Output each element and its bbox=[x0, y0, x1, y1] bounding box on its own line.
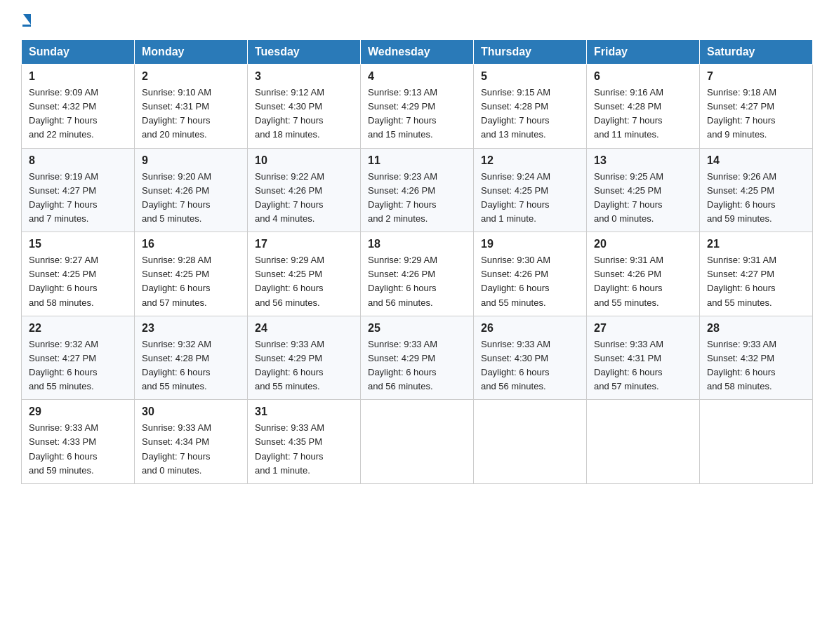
day-info: Sunrise: 9:10 AM Sunset: 4:31 PM Dayligh… bbox=[142, 86, 240, 142]
day-info: Sunrise: 9:20 AM Sunset: 4:26 PM Dayligh… bbox=[142, 170, 240, 227]
day-info: Sunrise: 9:25 AM Sunset: 4:25 PM Dayligh… bbox=[594, 170, 692, 227]
calendar-cell: 25Sunrise: 9:33 AM Sunset: 4:29 PM Dayli… bbox=[361, 316, 474, 400]
day-number: 30 bbox=[142, 405, 240, 418]
week-row-4: 22Sunrise: 9:32 AM Sunset: 4:27 PM Dayli… bbox=[22, 316, 813, 400]
calendar-cell: 18Sunrise: 9:29 AM Sunset: 4:26 PM Dayli… bbox=[361, 232, 474, 316]
day-info: Sunrise: 9:22 AM Sunset: 4:26 PM Dayligh… bbox=[255, 170, 353, 227]
calendar-cell: 13Sunrise: 9:25 AM Sunset: 4:25 PM Dayli… bbox=[587, 148, 700, 232]
logo-blue-text bbox=[22, 14, 31, 25]
weekday-header-row: SundayMondayTuesdayWednesdayThursdayFrid… bbox=[22, 40, 813, 65]
calendar-cell: 5Sunrise: 9:15 AM Sunset: 4:28 PM Daylig… bbox=[474, 65, 587, 149]
day-number: 7 bbox=[707, 70, 805, 83]
day-info: Sunrise: 9:33 AM Sunset: 4:31 PM Dayligh… bbox=[594, 337, 692, 394]
weekday-header-monday: Monday bbox=[135, 40, 248, 65]
day-number: 31 bbox=[255, 405, 353, 418]
calendar-cell: 23Sunrise: 9:32 AM Sunset: 4:28 PM Dayli… bbox=[135, 316, 248, 400]
day-info: Sunrise: 9:31 AM Sunset: 4:26 PM Dayligh… bbox=[594, 253, 692, 310]
day-info: Sunrise: 9:23 AM Sunset: 4:26 PM Dayligh… bbox=[368, 170, 466, 227]
day-info: Sunrise: 9:24 AM Sunset: 4:25 PM Dayligh… bbox=[481, 170, 579, 227]
day-number: 22 bbox=[29, 322, 127, 335]
calendar-cell: 26Sunrise: 9:33 AM Sunset: 4:30 PM Dayli… bbox=[474, 316, 587, 400]
calendar-cell: 6Sunrise: 9:16 AM Sunset: 4:28 PM Daylig… bbox=[587, 65, 700, 149]
day-info: Sunrise: 9:33 AM Sunset: 4:30 PM Dayligh… bbox=[481, 337, 579, 394]
day-info: Sunrise: 9:30 AM Sunset: 4:26 PM Dayligh… bbox=[481, 253, 579, 310]
day-info: Sunrise: 9:28 AM Sunset: 4:25 PM Dayligh… bbox=[142, 253, 240, 310]
calendar-cell: 30Sunrise: 9:33 AM Sunset: 4:34 PM Dayli… bbox=[135, 400, 248, 484]
calendar-cell: 9Sunrise: 9:20 AM Sunset: 4:26 PM Daylig… bbox=[135, 148, 248, 232]
calendar-cell: 8Sunrise: 9:19 AM Sunset: 4:27 PM Daylig… bbox=[22, 148, 135, 232]
day-number: 27 bbox=[594, 322, 692, 335]
calendar-cell: 22Sunrise: 9:32 AM Sunset: 4:27 PM Dayli… bbox=[22, 316, 135, 400]
calendar-cell: 28Sunrise: 9:33 AM Sunset: 4:32 PM Dayli… bbox=[700, 316, 813, 400]
week-row-2: 8Sunrise: 9:19 AM Sunset: 4:27 PM Daylig… bbox=[22, 148, 813, 232]
day-info: Sunrise: 9:33 AM Sunset: 4:29 PM Dayligh… bbox=[368, 337, 466, 394]
day-number: 8 bbox=[29, 154, 127, 167]
calendar-cell: 12Sunrise: 9:24 AM Sunset: 4:25 PM Dayli… bbox=[474, 148, 587, 232]
day-info: Sunrise: 9:29 AM Sunset: 4:26 PM Dayligh… bbox=[368, 253, 466, 310]
day-number: 23 bbox=[142, 322, 240, 335]
day-number: 11 bbox=[368, 154, 466, 167]
calendar-cell bbox=[587, 400, 700, 484]
calendar-cell: 15Sunrise: 9:27 AM Sunset: 4:25 PM Dayli… bbox=[22, 232, 135, 316]
calendar-cell: 11Sunrise: 9:23 AM Sunset: 4:26 PM Dayli… bbox=[361, 148, 474, 232]
page-header bbox=[21, 14, 813, 27]
calendar-cell: 4Sunrise: 9:13 AM Sunset: 4:29 PM Daylig… bbox=[361, 65, 474, 149]
calendar-cell: 27Sunrise: 9:33 AM Sunset: 4:31 PM Dayli… bbox=[587, 316, 700, 400]
calendar-cell: 19Sunrise: 9:30 AM Sunset: 4:26 PM Dayli… bbox=[474, 232, 587, 316]
day-info: Sunrise: 9:33 AM Sunset: 4:29 PM Dayligh… bbox=[255, 337, 353, 394]
weekday-header-tuesday: Tuesday bbox=[248, 40, 361, 65]
logo-blue-part bbox=[22, 14, 31, 27]
calendar-cell: 7Sunrise: 9:18 AM Sunset: 4:27 PM Daylig… bbox=[700, 65, 813, 149]
calendar-cell: 31Sunrise: 9:33 AM Sunset: 4:35 PM Dayli… bbox=[248, 400, 361, 484]
day-number: 16 bbox=[142, 238, 240, 250]
weekday-header-wednesday: Wednesday bbox=[361, 40, 474, 65]
day-number: 26 bbox=[481, 322, 579, 335]
day-number: 12 bbox=[481, 154, 579, 167]
logo-underline bbox=[22, 25, 31, 27]
calendar-cell: 2Sunrise: 9:10 AM Sunset: 4:31 PM Daylig… bbox=[135, 65, 248, 149]
day-info: Sunrise: 9:09 AM Sunset: 4:32 PM Dayligh… bbox=[29, 86, 127, 142]
weekday-header-sunday: Sunday bbox=[22, 40, 135, 65]
week-row-1: 1Sunrise: 9:09 AM Sunset: 4:32 PM Daylig… bbox=[22, 65, 813, 149]
day-number: 3 bbox=[255, 70, 353, 83]
calendar-cell: 24Sunrise: 9:33 AM Sunset: 4:29 PM Dayli… bbox=[248, 316, 361, 400]
day-number: 2 bbox=[142, 70, 240, 83]
weekday-header-saturday: Saturday bbox=[700, 40, 813, 65]
day-info: Sunrise: 9:18 AM Sunset: 4:27 PM Dayligh… bbox=[707, 86, 805, 142]
day-info: Sunrise: 9:12 AM Sunset: 4:30 PM Dayligh… bbox=[255, 86, 353, 142]
day-number: 14 bbox=[707, 154, 805, 167]
calendar-cell bbox=[361, 400, 474, 484]
day-info: Sunrise: 9:32 AM Sunset: 4:27 PM Dayligh… bbox=[29, 337, 127, 394]
day-info: Sunrise: 9:31 AM Sunset: 4:27 PM Dayligh… bbox=[707, 253, 805, 310]
day-number: 24 bbox=[255, 322, 353, 335]
calendar-cell: 17Sunrise: 9:29 AM Sunset: 4:25 PM Dayli… bbox=[248, 232, 361, 316]
day-number: 20 bbox=[594, 238, 692, 250]
week-row-5: 29Sunrise: 9:33 AM Sunset: 4:33 PM Dayli… bbox=[22, 400, 813, 484]
calendar-table: SundayMondayTuesdayWednesdayThursdayFrid… bbox=[21, 39, 813, 484]
day-number: 17 bbox=[255, 238, 353, 250]
day-info: Sunrise: 9:16 AM Sunset: 4:28 PM Dayligh… bbox=[594, 86, 692, 142]
logo-triangle-icon bbox=[23, 14, 31, 25]
day-number: 10 bbox=[255, 154, 353, 167]
calendar-cell: 14Sunrise: 9:26 AM Sunset: 4:25 PM Dayli… bbox=[700, 148, 813, 232]
day-number: 28 bbox=[707, 322, 805, 335]
day-info: Sunrise: 9:32 AM Sunset: 4:28 PM Dayligh… bbox=[142, 337, 240, 394]
day-info: Sunrise: 9:33 AM Sunset: 4:34 PM Dayligh… bbox=[142, 421, 240, 478]
logo bbox=[21, 14, 31, 27]
calendar-cell bbox=[474, 400, 587, 484]
day-info: Sunrise: 9:19 AM Sunset: 4:27 PM Dayligh… bbox=[29, 170, 127, 227]
day-number: 18 bbox=[368, 238, 466, 250]
day-info: Sunrise: 9:33 AM Sunset: 4:35 PM Dayligh… bbox=[255, 421, 353, 478]
day-info: Sunrise: 9:15 AM Sunset: 4:28 PM Dayligh… bbox=[481, 86, 579, 142]
day-number: 13 bbox=[594, 154, 692, 167]
day-info: Sunrise: 9:26 AM Sunset: 4:25 PM Dayligh… bbox=[707, 170, 805, 227]
calendar-cell bbox=[700, 400, 813, 484]
week-row-3: 15Sunrise: 9:27 AM Sunset: 4:25 PM Dayli… bbox=[22, 232, 813, 316]
day-number: 29 bbox=[29, 405, 127, 418]
day-number: 19 bbox=[481, 238, 579, 250]
day-info: Sunrise: 9:13 AM Sunset: 4:29 PM Dayligh… bbox=[368, 86, 466, 142]
calendar-cell: 21Sunrise: 9:31 AM Sunset: 4:27 PM Dayli… bbox=[700, 232, 813, 316]
calendar-cell: 20Sunrise: 9:31 AM Sunset: 4:26 PM Dayli… bbox=[587, 232, 700, 316]
day-info: Sunrise: 9:27 AM Sunset: 4:25 PM Dayligh… bbox=[29, 253, 127, 310]
calendar-cell: 1Sunrise: 9:09 AM Sunset: 4:32 PM Daylig… bbox=[22, 65, 135, 149]
